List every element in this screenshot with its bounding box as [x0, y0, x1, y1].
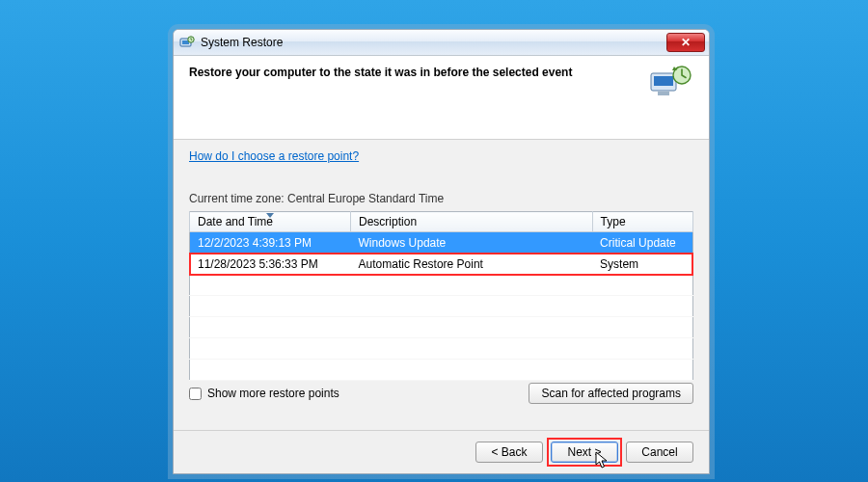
cell-type: System — [592, 254, 692, 275]
show-more-label: Show more restore points — [207, 387, 339, 400]
table-row — [190, 338, 693, 360]
cell-date: 11/28/2023 5:36:33 PM — [190, 254, 351, 275]
cell-desc: Windows Update — [351, 232, 593, 254]
table-row[interactable]: 11/28/2023 5:36:33 PM Automatic Restore … — [190, 254, 693, 275]
show-more-checkbox[interactable]: Show more restore points — [189, 387, 339, 400]
col-type[interactable]: Type — [592, 212, 692, 232]
restore-point-table-wrap: Date and Time Description Type 12/2/2023… — [189, 211, 693, 373]
cancel-button[interactable]: Cancel — [626, 442, 693, 463]
cell-desc: Automatic Restore Point — [351, 254, 593, 275]
restore-point-table[interactable]: Date and Time Description Type 12/2/2023… — [189, 211, 693, 381]
cell-type: Critical Update — [592, 232, 692, 254]
wizard-header: Restore your computer to the state it wa… — [174, 56, 709, 140]
next-button[interactable]: Next > — [551, 442, 618, 463]
help-link[interactable]: How do I choose a restore point? — [189, 149, 359, 163]
system-restore-window: System Restore ✕ Restore your computer t… — [173, 29, 710, 474]
timezone-label: Current time zone: Central Europe Standa… — [189, 192, 693, 205]
table-row — [190, 275, 693, 296]
table-row — [190, 360, 693, 381]
page-heading: Restore your computer to the state it wa… — [189, 66, 693, 79]
titlebar[interactable]: System Restore ✕ — [174, 30, 709, 56]
col-type-label: Type — [601, 215, 626, 228]
close-button[interactable]: ✕ — [666, 33, 705, 52]
restore-graphic-icon — [649, 64, 693, 102]
wizard-footer: < Back Next > Cancel — [174, 430, 709, 473]
system-restore-icon — [179, 35, 195, 50]
table-row — [190, 317, 693, 338]
next-button-wrap: Next > — [551, 442, 618, 463]
col-desc-label: Description — [359, 215, 417, 228]
col-date-label: Date and Time — [198, 215, 273, 228]
close-icon: ✕ — [681, 37, 691, 48]
col-desc[interactable]: Description — [351, 212, 593, 232]
table-row[interactable]: 12/2/2023 4:39:13 PM Windows Update Crit… — [190, 232, 693, 254]
below-table-row: Show more restore points Scan for affect… — [189, 383, 693, 404]
cell-date: 12/2/2023 4:39:13 PM — [190, 232, 351, 254]
window-title: System Restore — [201, 36, 666, 49]
svg-rect-4 — [654, 76, 673, 86]
col-date[interactable]: Date and Time — [190, 212, 351, 232]
back-button[interactable]: < Back — [475, 442, 543, 463]
sort-indicator-icon — [266, 213, 274, 218]
svg-rect-5 — [658, 92, 669, 95]
table-row — [190, 296, 693, 317]
show-more-checkbox-input[interactable] — [189, 388, 202, 400]
scan-affected-button[interactable]: Scan for affected programs — [529, 383, 693, 404]
wizard-body: How do I choose a restore point? Current… — [174, 140, 709, 404]
